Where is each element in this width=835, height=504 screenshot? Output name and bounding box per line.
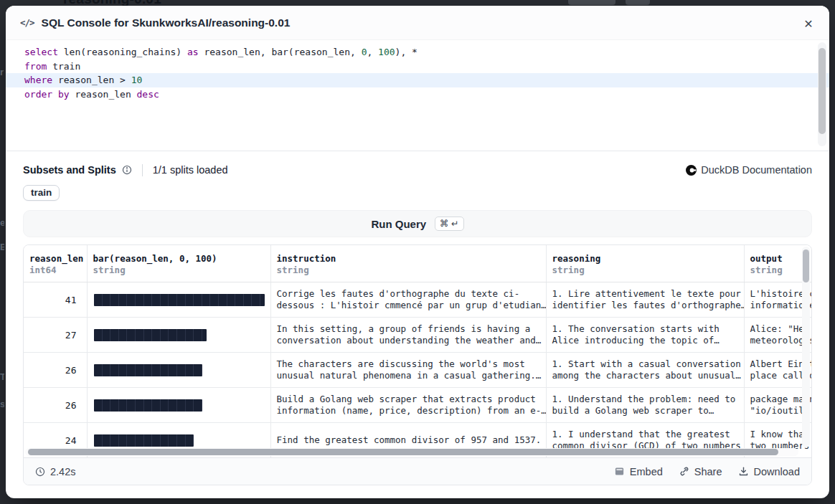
- code-icon: </>: [20, 17, 34, 28]
- duckdb-logo-icon: [686, 165, 697, 176]
- info-icon[interactable]: [122, 165, 132, 175]
- splits-loaded-status: 1/1 splits loaded: [153, 164, 228, 176]
- table-row[interactable]: 27In this setting, a group of friends is…: [24, 318, 811, 353]
- cell-output: Albert Einste place called: [744, 353, 811, 388]
- subsets-row: Subsets and Splits 1/1 splits loaded Duc…: [23, 161, 812, 179]
- bar-glyph: [94, 399, 202, 412]
- sql-line-1[interactable]: select len(reasoning_chains) as reason_l…: [6, 45, 829, 60]
- cell-instruction: Corrige les fautes d'orthographe du text…: [270, 282, 546, 318]
- bar-glyph: [94, 364, 202, 376]
- embed-icon: [614, 466, 625, 477]
- cell-reason-len: 41: [24, 282, 87, 318]
- cell-reasoning: 1. Understand the problem: need to build…: [546, 388, 744, 423]
- editor-scrollbar-thumb[interactable]: [819, 48, 826, 134]
- sql-console-modal: </> SQL Console for SkunkworksAI/reasoni…: [6, 6, 829, 498]
- subsets-label: Subsets and Splits: [23, 164, 116, 176]
- cell-bar: [87, 388, 270, 423]
- cell-instruction: The characters are discussing the world'…: [270, 353, 546, 388]
- sql-token: reason_len: [70, 89, 137, 100]
- cell-reason-len: 26: [24, 388, 87, 423]
- results-table: reason_lenint64bar(reason_len, 0, 100)st…: [24, 245, 811, 457]
- table-horizontal-scrollbar-thumb[interactable]: [28, 449, 778, 455]
- column-header-output: outputstring: [744, 245, 811, 282]
- table-vertical-scrollbar[interactable]: [802, 247, 810, 447]
- sql-line-2[interactable]: from train: [6, 60, 829, 74]
- run-query-label: Run Query: [371, 218, 426, 230]
- keyboard-shortcut-badge: ⌘ ↵: [435, 217, 463, 231]
- cell-output: L'histoire co informatique: [744, 282, 811, 318]
- share-icon: [679, 466, 689, 477]
- column-name: reason_len: [29, 252, 81, 265]
- cell-bar: [87, 353, 270, 388]
- download-label: Download: [754, 466, 801, 477]
- sql-line-3[interactable]: where reason_len > 10: [6, 73, 829, 87]
- divider: [142, 164, 143, 176]
- sql-token: from: [24, 61, 47, 72]
- download-button[interactable]: Download: [738, 466, 801, 477]
- editor-scrollbar[interactable]: [818, 42, 826, 146]
- sql-code[interactable]: select len(reasoning_chains) as reason_l…: [6, 40, 829, 101]
- query-duration: 2.42s: [50, 466, 75, 477]
- table-row[interactable]: 26Build a Golang web scraper that extrac…: [24, 388, 811, 423]
- sql-token: as: [187, 47, 199, 57]
- sql-token: where: [24, 75, 52, 85]
- sql-token: [52, 89, 58, 100]
- column-type: string: [552, 265, 738, 276]
- cell-reasoning: 1. The conversation starts with Alice in…: [546, 318, 744, 353]
- background-text-fragment: B: [0, 242, 4, 252]
- duckdb-documentation-link[interactable]: DuckDB Documentation: [686, 164, 812, 176]
- column-type: string: [750, 265, 807, 276]
- cell-instruction: Build a Golang web scraper that extracts…: [270, 388, 546, 423]
- share-label: Share: [694, 466, 722, 477]
- column-type: string: [277, 265, 540, 276]
- column-name: output: [750, 252, 807, 265]
- column-name: instruction: [277, 252, 540, 265]
- table-row[interactable]: 41Corrige les fautes d'orthographe du te…: [24, 282, 811, 318]
- column-type: string: [93, 265, 265, 276]
- background-text-fragment: r: [0, 67, 4, 77]
- run-query-button[interactable]: Run Query ⌘ ↵: [23, 210, 812, 237]
- embed-button[interactable]: Embed: [614, 466, 663, 477]
- cell-reason-len: 27: [24, 318, 87, 353]
- split-chip-train[interactable]: train: [23, 185, 60, 201]
- clock-icon: [35, 467, 45, 477]
- cell-instruction: In this setting, a group of friends is h…: [270, 318, 546, 353]
- background-text-fragment: s: [0, 399, 4, 409]
- cell-reason-len: 26: [24, 353, 87, 388]
- cell-bar: [87, 282, 270, 318]
- results-panel: reason_lenint64bar(reason_len, 0, 100)st…: [23, 244, 812, 485]
- sql-line-4[interactable]: order by reason_len desc: [6, 87, 829, 102]
- download-icon: [738, 466, 749, 477]
- bar-glyph: [94, 294, 265, 306]
- cell-reasoning: 1. Lire attentivement le texte pour iden…: [546, 282, 744, 318]
- cell-output: Alice: "Hey g meteorologist: [744, 318, 811, 353]
- sql-token: desc: [137, 89, 159, 100]
- column-header-instruction: instructionstring: [270, 245, 546, 282]
- column-header-reason-len: reason_lenint64: [24, 245, 87, 282]
- sql-token: ,: [367, 47, 378, 57]
- table-horizontal-scrollbar[interactable]: [25, 448, 798, 456]
- table-row[interactable]: 26The characters are discussing the worl…: [24, 353, 811, 388]
- bar-glyph: [94, 329, 207, 341]
- sql-token: reason_len, bar(reason_len,: [199, 47, 362, 57]
- background-text-fragment: T: [0, 371, 4, 382]
- sql-token: train: [47, 61, 80, 72]
- column-header-reasoning: reasoningstring: [546, 245, 744, 282]
- column-type: int64: [29, 265, 81, 276]
- background-text-fragment: e: [0, 217, 4, 228]
- sql-token: 100: [378, 47, 395, 57]
- sql-token: len(reasoning_chains): [58, 47, 187, 57]
- table-header-row: reason_lenint64bar(reason_len, 0, 100)st…: [24, 245, 811, 282]
- table-vertical-scrollbar-thumb[interactable]: [803, 249, 809, 282]
- close-icon[interactable]: ✕: [799, 14, 818, 33]
- background-button-fragment: [626, 0, 650, 5]
- sql-token: reason_len >: [52, 75, 131, 85]
- sql-token: ), *: [395, 47, 418, 57]
- cell-bar: [87, 318, 270, 353]
- modal-title: SQL Console for SkunkworksAI/reasoning-0…: [42, 16, 291, 29]
- modal-header: </> SQL Console for SkunkworksAI/reasoni…: [6, 6, 829, 40]
- results-footer: 2.42s EmbedShareDownload: [24, 457, 811, 485]
- share-button[interactable]: Share: [679, 466, 722, 477]
- sql-editor[interactable]: select len(reasoning_chains) as reason_l…: [6, 40, 829, 151]
- results-table-viewport: reason_lenint64bar(reason_len, 0, 100)st…: [24, 245, 811, 457]
